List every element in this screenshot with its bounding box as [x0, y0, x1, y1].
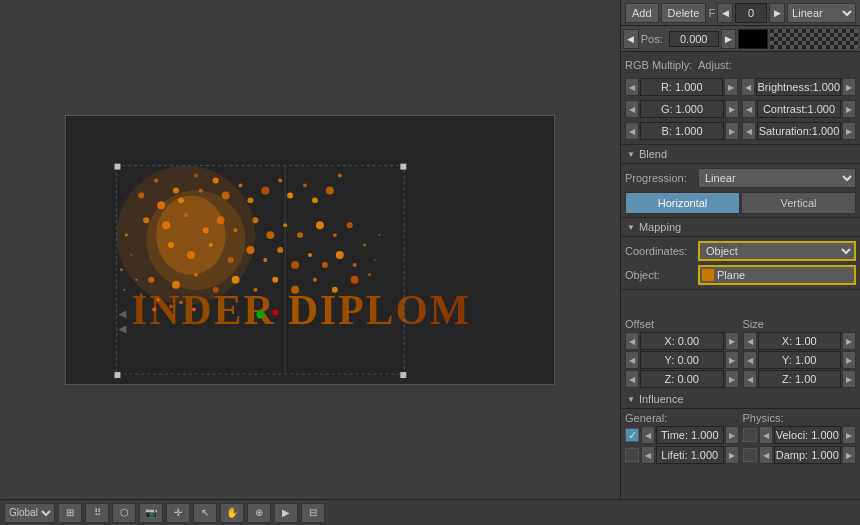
b-left-arrow[interactable]: ◀ — [625, 122, 639, 140]
move-icon[interactable]: ✛ — [166, 503, 190, 523]
veloci-field[interactable]: Veloci: 1.000 — [774, 426, 842, 444]
b-row: ◀ B: 1.000 ▶ ◀ Saturation:1.000 ▶ — [625, 120, 856, 142]
lifeti-left-arrow[interactable]: ◀ — [641, 446, 655, 464]
brightness-left-arrow[interactable]: ◀ — [741, 78, 755, 96]
x-size-left-arrow[interactable]: ◀ — [743, 332, 757, 350]
svg-point-18 — [338, 173, 342, 177]
progression-dropdown[interactable]: Linear — [698, 168, 856, 188]
global-dropdown[interactable]: Global — [4, 503, 55, 523]
vertical-btn[interactable]: Vertical — [741, 192, 856, 214]
camera-icon[interactable]: 📷 — [139, 503, 163, 523]
z-size-left-arrow[interactable]: ◀ — [743, 370, 757, 388]
z-offset-right-arrow[interactable]: ▶ — [725, 370, 739, 388]
z-offset-field[interactable]: Z: 0.00 — [640, 370, 724, 388]
lifeti-right-arrow[interactable]: ▶ — [725, 446, 739, 464]
mapping-section-label: Mapping — [639, 221, 681, 233]
brightness-right-arrow[interactable]: ▶ — [842, 78, 856, 96]
pos-left-arrow[interactable]: ◀ — [623, 29, 639, 49]
blend-header[interactable]: ▼ Blend — [621, 145, 860, 164]
delete-button[interactable]: Delete — [661, 3, 707, 23]
hand-icon[interactable]: ✋ — [220, 503, 244, 523]
brightness-wrap: ◀ Brightness:1.000 ▶ — [741, 78, 856, 96]
horiz-vert-toggle: Horizontal Vertical — [625, 192, 856, 214]
y-offset-field[interactable]: Y: 0.00 — [640, 351, 724, 369]
z-offset-left-arrow[interactable]: ◀ — [625, 370, 639, 388]
r-right-arrow[interactable]: ▶ — [724, 78, 738, 96]
damp-field[interactable]: Damp: 1.000 — [774, 446, 842, 464]
y-size-left-arrow[interactable]: ◀ — [743, 351, 757, 369]
dots-icon[interactable]: ⠿ — [85, 503, 109, 523]
render-icon[interactable]: ▶ — [274, 503, 298, 523]
frame-left-arrow[interactable]: ◀ — [717, 3, 733, 23]
veloci-value-wrap: ◀ Veloci: 1.000 ▶ — [759, 426, 857, 444]
mapping-header[interactable]: ▼ Mapping — [621, 218, 860, 237]
g-left-arrow[interactable]: ◀ — [625, 100, 639, 118]
frame-value[interactable]: 0 — [735, 3, 767, 23]
time-left-arrow[interactable]: ◀ — [641, 426, 655, 444]
time-right-arrow[interactable]: ▶ — [725, 426, 739, 444]
x-offset-field[interactable]: X: 0.00 — [640, 332, 724, 350]
contrast-right-arrow[interactable]: ▶ — [842, 100, 856, 118]
z-offset-value: 0.00 — [677, 373, 698, 385]
lifeti-checkbox[interactable] — [625, 448, 639, 462]
pos-right-arrow[interactable]: ▶ — [721, 29, 737, 49]
saturation-field[interactable]: Saturation:1.000 — [757, 122, 841, 140]
offset-size-labels — [625, 292, 633, 314]
g-right-arrow[interactable]: ▶ — [725, 100, 739, 118]
veloci-checkbox[interactable] — [743, 428, 757, 442]
time-field[interactable]: Time: 1.000 — [656, 426, 724, 444]
damp-right-arrow[interactable]: ▶ — [842, 446, 856, 464]
damp-left-arrow[interactable]: ◀ — [759, 446, 773, 464]
time-checkbox[interactable]: ✓ — [625, 428, 639, 442]
veloci-right-arrow[interactable]: ▶ — [842, 426, 856, 444]
saturation-left-arrow[interactable]: ◀ — [742, 122, 756, 140]
x-offset-right-arrow[interactable]: ▶ — [725, 332, 739, 350]
frame-right-arrow[interactable]: ▶ — [769, 3, 785, 23]
brightness-field[interactable]: Brightness:1.000 — [756, 78, 841, 96]
cursor-icon[interactable]: ↖ — [193, 503, 217, 523]
z-size-field[interactable]: Z: 1.00 — [758, 370, 842, 388]
g-field[interactable]: G: 1.000 — [640, 100, 724, 118]
influence-header[interactable]: ▼ Influence — [621, 390, 860, 409]
y-offset-right-arrow[interactable]: ▶ — [725, 351, 739, 369]
svg-point-80 — [169, 304, 173, 308]
add-button[interactable]: Add — [625, 3, 659, 23]
y-size-wrap: ◀ Y: 1.00 ▶ — [743, 351, 857, 369]
x-size-field[interactable]: X: 1.00 — [758, 332, 842, 350]
b-field[interactable]: B: 1.000 — [640, 122, 724, 140]
contrast-left-arrow[interactable]: ◀ — [742, 100, 756, 118]
coordinates-dropdown[interactable]: Object — [698, 241, 856, 261]
x-offset-left-arrow[interactable]: ◀ — [625, 332, 639, 350]
contrast-field[interactable]: Contrast:1.000 — [757, 100, 841, 118]
b-right-arrow[interactable]: ▶ — [725, 122, 739, 140]
timeline-icon[interactable]: ⊟ — [301, 503, 325, 523]
object-row-label: Object: — [625, 269, 695, 281]
damp-checkbox[interactable] — [743, 448, 757, 462]
lifeti-field[interactable]: Lifeti: 1.000 — [656, 446, 724, 464]
general-label: General: — [625, 412, 739, 424]
interp-mode-dropdown[interactable]: Linear — [787, 3, 856, 23]
svg-point-59 — [130, 253, 132, 255]
damp-field-wrap: ◀ Damp: 1.000 ▶ — [743, 446, 857, 464]
color-swatch[interactable] — [738, 29, 767, 49]
plus-cross-icon[interactable]: ⊕ — [247, 503, 271, 523]
svg-point-58 — [125, 233, 128, 236]
object-field[interactable]: Plane — [698, 265, 856, 285]
veloci-left-arrow[interactable]: ◀ — [759, 426, 773, 444]
grid-icon[interactable]: ⊞ — [58, 503, 82, 523]
pos-label: Pos: — [641, 33, 667, 45]
saturation-right-arrow[interactable]: ▶ — [842, 122, 856, 140]
y-offset-left-arrow[interactable]: ◀ — [625, 351, 639, 369]
horizontal-btn[interactable]: Horizontal — [625, 192, 740, 214]
y-size-field[interactable]: Y: 1.00 — [758, 351, 842, 369]
veloci-label: Veloci: — [776, 429, 808, 441]
view3d-icon[interactable]: ⬡ — [112, 503, 136, 523]
r-left-arrow[interactable]: ◀ — [625, 78, 639, 96]
r-field[interactable]: R: 1.000 — [640, 78, 723, 96]
y-size-right-arrow[interactable]: ▶ — [842, 351, 856, 369]
svg-rect-75 — [114, 372, 120, 378]
rgb-label: RGB Multiply: — [625, 59, 695, 71]
z-size-right-arrow[interactable]: ▶ — [842, 370, 856, 388]
x-size-right-arrow[interactable]: ▶ — [842, 332, 856, 350]
lifeti-damp-row: ◀ Lifeti: 1.000 ▶ ◀ Damp: 1.000 ▶ — [625, 446, 856, 464]
